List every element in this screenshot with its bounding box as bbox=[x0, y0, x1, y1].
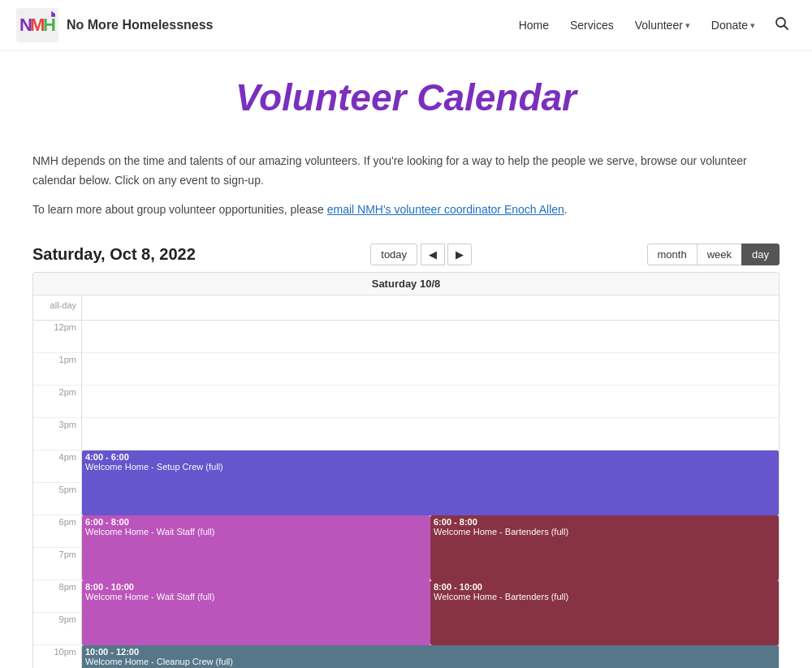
event-bartenders-2[interactable]: 8:00 - 10:00 Welcome Home - Bartenders (… bbox=[430, 580, 779, 645]
donate-chevron-icon: ▾ bbox=[750, 20, 755, 31]
week-view-button[interactable]: week bbox=[697, 243, 742, 265]
view-toggle: month week day bbox=[647, 243, 780, 265]
month-view-button[interactable]: month bbox=[647, 243, 698, 265]
time-12pm: 12pm bbox=[33, 321, 81, 353]
time-10pm: 10pm bbox=[33, 645, 81, 668]
nav-donate[interactable]: Donate ▾ bbox=[703, 12, 763, 38]
description-1: NMH depends on the time and talents of o… bbox=[32, 152, 780, 191]
calendar: Saturday 10/8 all-day 12pm 1pm 2pm 3pm 4… bbox=[32, 272, 780, 668]
time-rows: 12pm 1pm 2pm 3pm 4pm 5pm 6pm 7pm 8pm 9pm… bbox=[33, 321, 779, 668]
description-2: To learn more about group volunteer oppo… bbox=[32, 200, 780, 220]
volunteer-coordinator-link[interactable]: email NMH's volunteer coordinator Enoch … bbox=[327, 203, 564, 216]
site-name: No More Homelessness bbox=[67, 18, 214, 32]
time-3pm: 3pm bbox=[33, 418, 81, 450]
nav-volunteer[interactable]: Volunteer ▾ bbox=[627, 12, 698, 38]
site-header: N M H No More Homelessness Home Services… bbox=[0, 0, 812, 51]
nav-services[interactable]: Services bbox=[562, 12, 622, 38]
event-setup-crew[interactable]: 4:00 - 6:00 Welcome Home - Setup Crew (f… bbox=[82, 450, 779, 515]
all-day-label: all-day bbox=[33, 295, 82, 320]
time-5pm: 5pm bbox=[33, 483, 81, 515]
event-bartenders-1[interactable]: 6:00 - 8:00 Welcome Home - Bartenders (f… bbox=[430, 515, 779, 580]
main-content: Volunteer Calendar NMH depends on the ti… bbox=[8, 51, 804, 668]
main-nav: Home Services Volunteer ▾ Donate ▾ bbox=[511, 10, 796, 41]
time-6pm: 6pm bbox=[33, 515, 81, 548]
time-2pm: 2pm bbox=[33, 386, 81, 418]
time-4pm: 4pm bbox=[33, 450, 81, 483]
time-8pm: 8pm bbox=[33, 580, 81, 613]
page-title: Volunteer Calendar bbox=[32, 75, 780, 119]
event-wait-staff-2[interactable]: 8:00 - 10:00 Welcome Home - Wait Staff (… bbox=[82, 580, 430, 645]
svg-text:H: H bbox=[43, 15, 56, 35]
event-wait-staff-1[interactable]: 6:00 - 8:00 Welcome Home - Wait Staff (f… bbox=[82, 515, 430, 580]
nav-home[interactable]: Home bbox=[511, 12, 557, 38]
next-button[interactable]: ▶ bbox=[447, 243, 472, 265]
site-logo[interactable]: N M H bbox=[16, 8, 58, 42]
logo-area: N M H No More Homelessness bbox=[16, 8, 214, 42]
events-area: 4:00 - 6:00 Welcome Home - Setup Crew (f… bbox=[82, 321, 779, 668]
all-day-content bbox=[82, 295, 779, 320]
event-cleanup-crew[interactable]: 10:00 - 12:00 Welcome Home - Cleanup Cre… bbox=[82, 645, 779, 668]
search-button[interactable] bbox=[768, 10, 796, 41]
today-button[interactable]: today bbox=[370, 243, 417, 265]
volunteer-chevron-icon: ▾ bbox=[685, 20, 690, 31]
calendar-nav: today ◀ ▶ bbox=[370, 243, 472, 265]
svg-line-6 bbox=[784, 26, 788, 30]
calendar-date-label: Saturday, Oct 8, 2022 bbox=[32, 245, 196, 264]
day-view-button[interactable]: day bbox=[741, 243, 780, 265]
calendar-col-header: Saturday 10/8 bbox=[33, 273, 779, 295]
all-day-row: all-day bbox=[33, 295, 779, 321]
calendar-header: Saturday, Oct 8, 2022 today ◀ ▶ month we… bbox=[32, 243, 780, 265]
time-9pm: 9pm bbox=[33, 613, 81, 645]
time-7pm: 7pm bbox=[33, 548, 81, 580]
time-1pm: 1pm bbox=[33, 353, 81, 386]
time-labels: 12pm 1pm 2pm 3pm 4pm 5pm 6pm 7pm 8pm 9pm… bbox=[33, 321, 82, 668]
prev-button[interactable]: ◀ bbox=[421, 243, 445, 265]
